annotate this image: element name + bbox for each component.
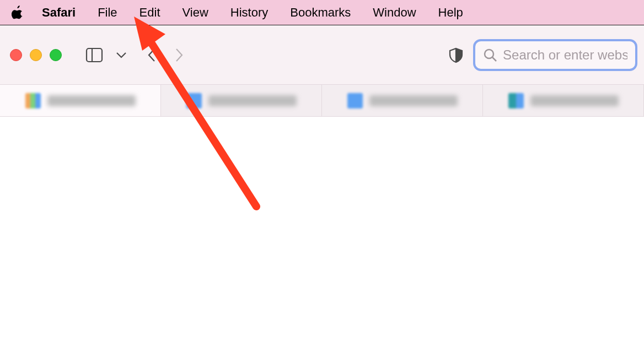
favicon-icon: [347, 93, 363, 108]
menu-item-view[interactable]: View: [171, 6, 219, 20]
browser-tab[interactable]: [161, 85, 322, 116]
menu-item-file[interactable]: File: [87, 6, 128, 20]
tab-title: [530, 95, 619, 106]
apple-logo-icon[interactable]: [11, 6, 25, 20]
safari-window: [0, 25, 644, 348]
sidebar-toggle-icon[interactable]: [85, 43, 104, 67]
tab-title: [369, 95, 458, 106]
menu-item-edit[interactable]: Edit: [128, 6, 171, 20]
window-controls: [10, 49, 62, 61]
tab-title: [208, 95, 297, 106]
minimize-window-button[interactable]: [30, 49, 42, 61]
svg-point-2: [485, 50, 493, 58]
close-window-button[interactable]: [10, 49, 22, 61]
privacy-shield-icon[interactable]: [447, 43, 465, 67]
fullscreen-window-button[interactable]: [50, 49, 62, 61]
browser-tab[interactable]: [483, 85, 644, 116]
forward-button-icon[interactable]: [169, 43, 188, 67]
browser-tab[interactable]: [322, 85, 483, 116]
app-name[interactable]: Safari: [42, 6, 87, 20]
url-search-input[interactable]: [503, 47, 627, 63]
favicon-icon: [25, 93, 41, 108]
safari-toolbar: [0, 25, 644, 85]
svg-rect-0: [87, 48, 102, 62]
menu-item-window[interactable]: Window: [362, 6, 427, 20]
page-content-area: [0, 117, 644, 348]
menu-item-help[interactable]: Help: [427, 6, 474, 20]
favicon-icon: [508, 93, 524, 108]
search-icon: [483, 48, 497, 62]
back-button-icon[interactable]: [143, 43, 162, 67]
svg-line-3: [492, 57, 496, 61]
tab-title: [47, 95, 136, 106]
menu-item-bookmarks[interactable]: Bookmarks: [279, 6, 362, 20]
macos-menu-bar: Safari File Edit View History Bookmarks …: [0, 0, 644, 25]
browser-tab[interactable]: [0, 85, 161, 116]
address-bar[interactable]: [473, 39, 637, 71]
tab-strip: [0, 85, 644, 117]
menu-item-history[interactable]: History: [219, 6, 279, 20]
favicon-icon: [186, 93, 202, 108]
tab-overview-chevron-icon[interactable]: [111, 43, 130, 67]
